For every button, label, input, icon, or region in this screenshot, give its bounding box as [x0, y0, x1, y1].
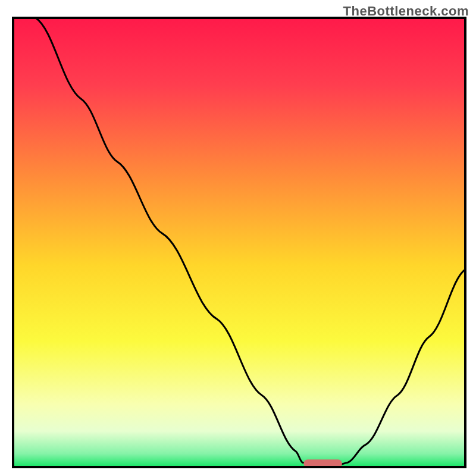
chart-background — [13, 18, 465, 467]
watermark-text: TheBottleneck.com — [343, 4, 469, 19]
bottleneck-chart: TheBottleneck.com — [0, 0, 476, 476]
chart-svg — [0, 0, 476, 476]
